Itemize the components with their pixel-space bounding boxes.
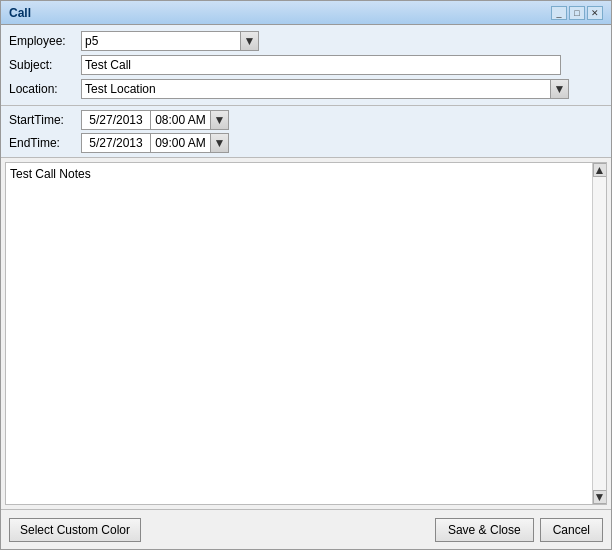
scroll-up-button[interactable]: ▲ xyxy=(593,163,607,177)
end-time-dropdown-button[interactable]: ▼ xyxy=(211,133,229,153)
employee-input[interactable] xyxy=(81,31,241,51)
location-dropdown-arrow-icon: ▼ xyxy=(554,82,566,96)
vertical-scrollbar: ▲ ▼ xyxy=(592,163,606,504)
cancel-button[interactable]: Cancel xyxy=(540,518,603,542)
title-bar-left: Call xyxy=(9,6,31,20)
location-field-container: ▼ xyxy=(81,79,569,99)
scroll-down-icon: ▼ xyxy=(594,490,606,504)
close-button[interactable]: ✕ xyxy=(587,6,603,20)
notes-area: ▲ ▼ xyxy=(5,162,607,505)
starttime-row: StartTime: ▼ xyxy=(9,110,603,130)
end-time-input[interactable] xyxy=(151,133,211,153)
select-custom-color-button[interactable]: Select Custom Color xyxy=(9,518,141,542)
employee-row: Employee: ▼ xyxy=(9,31,603,51)
start-date-input[interactable] xyxy=(81,110,151,130)
end-date-input[interactable] xyxy=(81,133,151,153)
minimize-button[interactable]: _ xyxy=(551,6,567,20)
footer-left: Select Custom Color xyxy=(9,518,141,542)
employee-label: Employee: xyxy=(9,34,81,48)
title-bar-buttons: _ □ ✕ xyxy=(551,6,603,20)
scroll-up-icon: ▲ xyxy=(594,163,606,177)
location-input[interactable] xyxy=(81,79,551,99)
start-time-input[interactable] xyxy=(151,110,211,130)
location-dropdown-button[interactable]: ▼ xyxy=(551,79,569,99)
form-area: Employee: ▼ Subject: Location: ▼ xyxy=(1,25,611,106)
maximize-button[interactable]: □ xyxy=(569,6,585,20)
title-bar: Call _ □ ✕ xyxy=(1,1,611,25)
location-row: Location: ▼ xyxy=(9,79,603,99)
dropdown-arrow-icon: ▼ xyxy=(244,34,256,48)
endtime-row: EndTime: ▼ xyxy=(9,133,603,153)
endtime-container: ▼ xyxy=(81,133,229,153)
datetime-area: StartTime: ▼ EndTime: ▼ xyxy=(1,106,611,158)
starttime-label: StartTime: xyxy=(9,113,81,127)
save-close-button[interactable]: Save & Close xyxy=(435,518,534,542)
starttime-container: ▼ xyxy=(81,110,229,130)
location-label: Location: xyxy=(9,82,81,96)
subject-row: Subject: xyxy=(9,55,603,75)
start-dropdown-arrow-icon: ▼ xyxy=(214,113,226,127)
window-title: Call xyxy=(9,6,31,20)
endtime-label: EndTime: xyxy=(9,136,81,150)
scroll-track[interactable] xyxy=(593,177,606,490)
employee-field-container: ▼ xyxy=(81,31,259,51)
notes-textarea[interactable] xyxy=(6,163,606,504)
call-window: Call _ □ ✕ Employee: ▼ Subject: Locati xyxy=(0,0,612,550)
footer-right: Save & Close Cancel xyxy=(435,518,603,542)
scroll-down-button[interactable]: ▼ xyxy=(593,490,607,504)
footer: Select Custom Color Save & Close Cancel xyxy=(1,509,611,549)
employee-dropdown-button[interactable]: ▼ xyxy=(241,31,259,51)
subject-input[interactable] xyxy=(81,55,561,75)
start-time-dropdown-button[interactable]: ▼ xyxy=(211,110,229,130)
subject-label: Subject: xyxy=(9,58,81,72)
end-dropdown-arrow-icon: ▼ xyxy=(214,136,226,150)
